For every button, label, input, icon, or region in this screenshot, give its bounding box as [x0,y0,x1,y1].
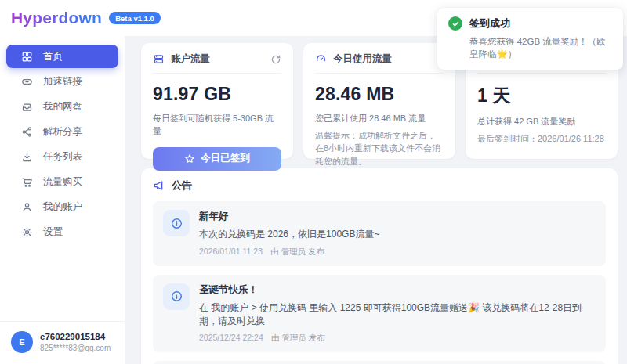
announcement-body: 本次的兑换码是 2026，依旧是100GB流量~ [199,228,379,241]
avatar: E [11,331,33,353]
signin-total-desc: 总计获得 42 GB 流量奖励 [477,116,606,128]
sidebar-item-label: 任务列表 [43,150,82,164]
app-window: — ▢ ✕ Hyperdown Beta v1.1.0 签到成功 恭喜您获得 4… [0,0,627,364]
announcement-publisher: 由 管理员 发布 [271,333,325,342]
app-logo: Hyperdown [11,9,102,27]
sidebar: 首页 加速链接 我的网盘 解析分享 任务列表 [0,36,125,364]
share-icon [21,126,33,138]
sidebar-item-label: 流量购买 [43,175,82,189]
main-content: 账户流量 91.97 GB 每日签到可随机获得 5-30GB 流量 今日已签到 [125,36,627,364]
today-usage-value: 28.46 MB [315,84,444,105]
sidebar-item-my-account[interactable]: 我的账户 [6,195,118,218]
account-traffic-desc: 每日签到可随机获得 5-30GB 流量 [153,113,281,138]
star-icon [184,153,195,164]
announcement-title: 圣诞节快乐！ [199,283,596,297]
announcement-time: 2026/01/01 11:23 [199,247,263,256]
sidebar-user-card[interactable]: E e760229015184 825*****83@qq.com [0,321,125,364]
announcement-publisher: 由 管理员 发布 [270,247,324,256]
sidebar-item-label: 首页 [43,50,63,63]
announcement-meta: 2026/01/01 11:23由 管理员 发布 [199,247,379,258]
server-icon [153,53,165,65]
announcement-item[interactable]: 版本更新 v1.1.0 修复盘内双击下载文件无反应等 2025/12/20 13… [153,361,606,364]
card-title: 账户流量 [171,52,264,66]
sidebar-item-label: 加速链接 [43,75,82,88]
download-icon [21,151,33,163]
cart-icon [21,176,33,188]
signin-button[interactable]: 今日已签到 [153,147,281,171]
check-circle-icon [448,16,462,31]
sidebar-item-label: 设置 [43,225,63,239]
account-traffic-card: 账户流量 91.97 GB 每日签到可随机获得 5-30GB 流量 今日已签到 [141,43,293,159]
toast-title: 签到成功 [469,16,510,31]
today-usage-tip: 温馨提示：成功解析文件之后，在8小时内重新下载该文件不会消耗您的流量。 [315,129,444,168]
today-usage-card: 今日使用流量 28.46 MB 您已累计使用 28.46 MB 流量 温馨提示：… [303,43,455,159]
card-title: 今日使用流量 [333,52,444,66]
signin-days-value: 1 天 [477,84,606,108]
grid-icon [21,51,33,63]
sidebar-item-buy-traffic[interactable]: 流量购买 [6,170,118,193]
user-name: e760229015184 [40,331,111,343]
user-email: 825*****83@qq.com [40,343,111,353]
sidebar-item-accelerate-link[interactable]: 加速链接 [6,70,118,93]
announcement-meta: 2025/12/24 22:24由 管理员 发布 [199,333,596,344]
sidebar-item-label: 解析分享 [43,125,82,139]
gear-icon [21,226,33,238]
signin-last-time: 最后签到时间：2026/01/26 11:28 [477,132,606,146]
user-icon [21,201,33,213]
gauge-icon [315,53,327,65]
signin-button-label: 今日已签到 [201,152,250,165]
drive-icon [21,101,33,113]
sidebar-item-my-drive[interactable]: 我的网盘 [6,95,118,118]
announcement-item[interactable]: 圣诞节快乐！ 在 我的账户 > 使用兑换码 里输入 1225 即可获得100GB… [153,275,606,353]
sidebar-item-settings[interactable]: 设置 [6,220,118,243]
refresh-icon[interactable] [270,54,281,65]
announcement-body: 在 我的账户 > 使用兑换码 里输入 1225 即可获得100GB流量赠送🎉 该… [199,301,596,328]
sidebar-item-home[interactable]: 首页 [6,45,118,68]
megaphone-icon [153,179,165,192]
version-badge: Beta v1.1.0 [109,12,161,24]
sidebar-item-parse-share[interactable]: 解析分享 [6,120,118,143]
sidebar-item-label: 我的网盘 [43,100,82,114]
info-icon [163,283,190,310]
announcements-panel: 公告 新年好 本次的兑换码是 2026，依旧是100GB流量~ 2026/01/… [141,168,618,364]
info-icon [163,210,190,236]
announcement-time: 2025/12/24 22:24 [199,333,263,342]
signin-success-toast: 签到成功 恭喜您获得 42GB 流量奖励！（欧皇降临🌟） [437,8,623,70]
toast-message: 恭喜您获得 42GB 流量奖励！（欧皇降临🌟） [469,36,612,60]
account-traffic-value: 91.97 GB [153,84,281,105]
announcements-title: 公告 [172,178,192,193]
sidebar-item-task-list[interactable]: 任务列表 [6,145,118,168]
announcement-item[interactable]: 新年好 本次的兑换码是 2026，依旧是100GB流量~ 2026/01/01 … [153,201,606,266]
link-icon [21,76,33,88]
announcement-title: 新年好 [199,210,379,223]
today-usage-desc: 您已累计使用 28.46 MB 流量 [315,113,444,125]
sidebar-item-label: 我的账户 [43,200,82,214]
